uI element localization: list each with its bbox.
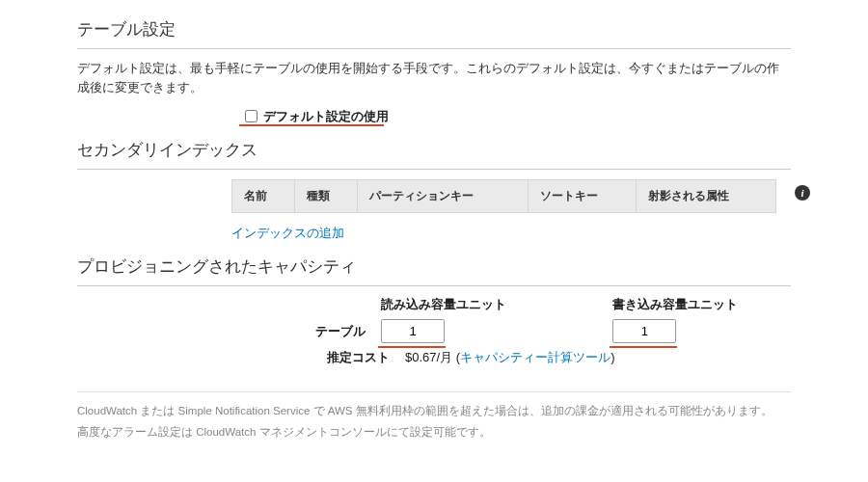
write-capacity-cell <box>612 319 791 343</box>
capacity-table-row: テーブル <box>77 319 791 343</box>
use-default-checkbox[interactable] <box>245 110 258 122</box>
add-index-link[interactable]: インデックスの追加 <box>231 226 344 240</box>
table-settings-description: デフォルト設定は、最も手軽にテーブルの使用を開始する手段です。これらのデフォルト… <box>77 59 791 97</box>
capacity-calculator-link[interactable]: キャパシティー計算ツール <box>460 350 610 364</box>
table-header-row: 名前 種類 パーティションキー ソートキー 射影される属性 <box>232 180 776 213</box>
annotation-underline <box>239 124 384 126</box>
col-name[interactable]: 名前 <box>232 180 295 213</box>
capacity-row-label-table: テーブル <box>77 323 381 340</box>
capacity-header-row: 読み込み容量ユニット 書き込み容量ユニット <box>77 296 791 313</box>
col-projected-attrs[interactable]: 射影される属性 <box>637 180 776 213</box>
col-partition-key[interactable]: パーティションキー <box>358 180 528 213</box>
footnote-line-2: 高度なアラーム設定は CloudWatch マネジメントコンソールにて設定可能で… <box>77 423 791 441</box>
write-capacity-header: 書き込み容量ユニット <box>612 297 738 311</box>
secondary-index-table: 名前 種類 パーティションキー ソートキー 射影される属性 <box>231 179 776 213</box>
col-sort-key[interactable]: ソートキー <box>528 180 637 213</box>
section-title-provisioned: プロビジョニングされたキャパシティ <box>77 255 791 278</box>
use-default-settings-row: デフォルト設定の使用 <box>241 107 791 125</box>
section-title-secondary-index: セカンダリインデックス <box>77 139 791 161</box>
divider <box>77 285 791 286</box>
cost-paren-close: ) <box>610 350 614 364</box>
use-default-label[interactable]: デフォルト設定の使用 <box>263 108 389 125</box>
footnote-line-1: CloudWatch または Simple Notification Servi… <box>77 402 791 419</box>
divider <box>77 169 791 170</box>
capacity-row-label-cost: 推定コスト <box>77 349 405 366</box>
estimated-cost-value: $0.67/月 <box>405 350 452 364</box>
capacity-grid: 読み込み容量ユニット 書き込み容量ユニット テーブル 推定コスト $0.67/月… <box>77 296 791 366</box>
annotation-underline <box>378 346 446 348</box>
cost-cell: $0.67/月 (キャパシティー計算ツール) <box>405 349 656 366</box>
info-icon[interactable]: i <box>795 185 810 201</box>
write-capacity-input[interactable] <box>612 319 676 343</box>
read-capacity-header-col: 読み込み容量ユニット <box>381 296 612 313</box>
divider <box>77 48 791 49</box>
col-type[interactable]: 種類 <box>295 180 358 213</box>
section-title-table-settings: テーブル設定 <box>77 18 791 40</box>
secondary-index-table-wrap: 名前 種類 パーティションキー ソートキー 射影される属性 i <box>231 179 791 213</box>
read-capacity-header: 読み込み容量ユニット <box>381 297 506 311</box>
read-capacity-cell <box>381 319 612 343</box>
capacity-cost-row: 推定コスト $0.67/月 (キャパシティー計算ツール) <box>77 349 791 366</box>
divider <box>77 391 791 392</box>
annotation-underline <box>610 346 677 348</box>
add-index-row: インデックスの追加 <box>231 225 791 242</box>
read-capacity-input[interactable] <box>381 319 445 343</box>
write-capacity-header-col: 書き込み容量ユニット <box>612 296 791 313</box>
